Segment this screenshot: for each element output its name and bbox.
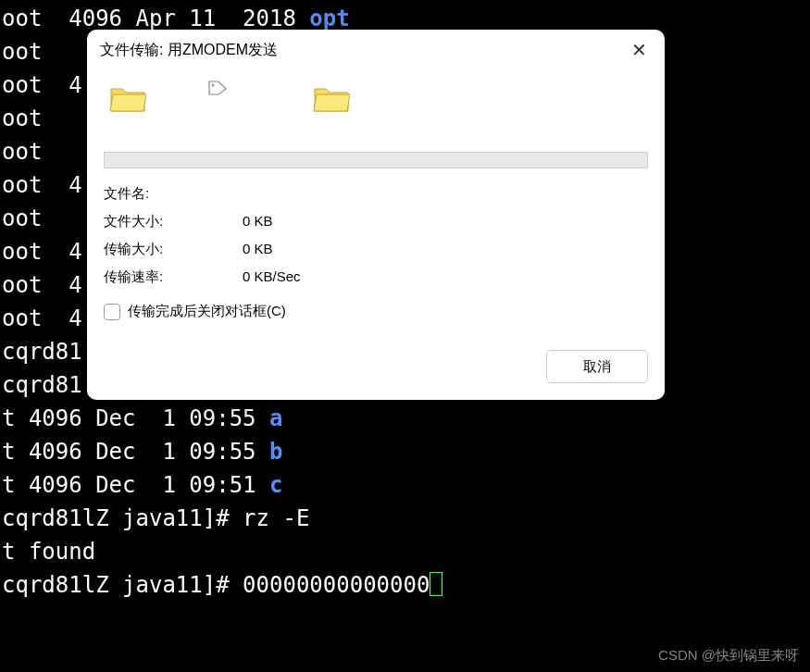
transfer-size-value: 0 KB: [243, 241, 273, 258]
dialog-title-text: 文件传输: 用ZMODEM发送: [100, 41, 278, 60]
cancel-button[interactable]: 取消: [546, 350, 648, 383]
watermark: CSDN @快到锅里来呀: [658, 647, 799, 665]
terminal-line: t 4096 Dec 1 09:51 c: [0, 468, 810, 502]
dialog-header: 文件传输: 用ZMODEM发送 ✕: [87, 30, 665, 67]
transfer-info: 文件名: 文件大小: 0 KB 传输大小: 0 KB 传输速率: 0 KB/Se…: [104, 185, 648, 286]
file-transfer-dialog: 文件传输: 用ZMODEM发送 ✕: [87, 30, 665, 400]
terminal-line: cqrd81lZ java11]# 00000000000000: [0, 568, 810, 602]
filesize-label: 文件大小:: [104, 213, 243, 230]
terminal-line: t 4096 Dec 1 09:55 a: [0, 402, 810, 435]
checkbox-label: 传输完成后关闭对话框(C): [128, 303, 286, 320]
source-folder-icon[interactable]: [109, 83, 146, 113]
folder-icons-row: [104, 78, 648, 152]
transfer-rate-value: 0 KB/Sec: [243, 268, 301, 286]
tag-icon: [207, 80, 228, 100]
terminal-line: t found: [0, 535, 810, 568]
dialog-body: 文件名: 文件大小: 0 KB 传输大小: 0 KB 传输速率: 0 KB/Se…: [87, 67, 665, 400]
filesize-value: 0 KB: [243, 213, 273, 230]
progress-bar: [104, 152, 648, 168]
destination-folder-icon[interactable]: [313, 83, 350, 113]
terminal-cursor: [430, 572, 442, 596]
close-icon[interactable]: ✕: [628, 39, 650, 61]
dialog-buttons: 取消: [104, 350, 648, 383]
terminal-line: cqrd81lZ java11]# rz -E: [0, 502, 810, 535]
transfer-size-label: 传输大小:: [104, 241, 243, 258]
svg-point-0: [212, 84, 214, 86]
checkbox-icon[interactable]: [104, 304, 120, 320]
close-on-complete-option[interactable]: 传输完成后关闭对话框(C): [104, 303, 648, 320]
filename-label: 文件名:: [104, 185, 243, 203]
transfer-rate-label: 传输速率:: [104, 268, 243, 286]
terminal-line: t 4096 Dec 1 09:55 b: [0, 435, 810, 468]
